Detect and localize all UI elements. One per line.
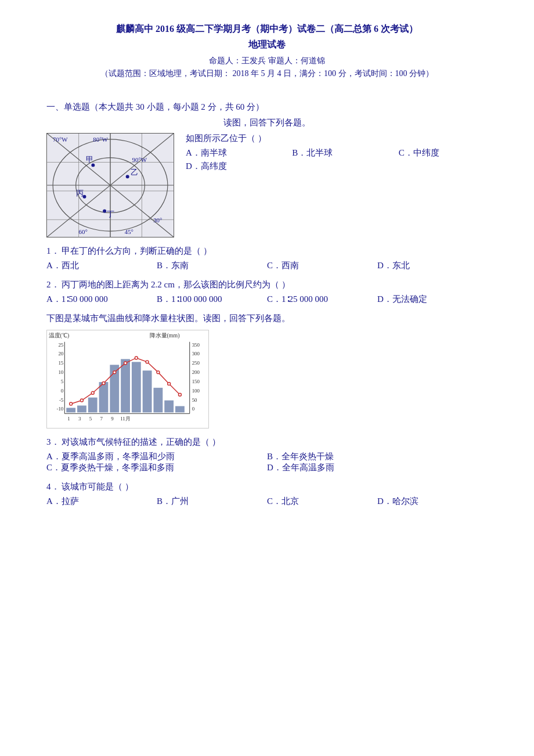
svg-rect-48 — [66, 408, 75, 412]
q2-opt-b: B．1∶100 000 000 — [157, 294, 267, 305]
q4-body: 该城市可能是（ ） — [62, 482, 134, 491]
svg-text:-5: -5 — [59, 397, 64, 403]
q2-num: 2． — [46, 280, 60, 289]
q3-options: A．夏季高温多雨，冬季温和少雨 B．全年炎热干燥 C．夏季炎热干燥，冬季温和多雨… — [46, 451, 488, 473]
q3-opt-b: B．全年炎热干燥 — [267, 451, 488, 462]
question-4-row: 4． 该城市可能是（ ） A．拉萨 B．广州 C．北京 D．哈尔滨 — [46, 481, 488, 507]
svg-text:乙: 乙 — [131, 168, 138, 177]
svg-point-59 — [70, 402, 73, 405]
question-2-text: 2． 丙丁两地的图上距离为 2.2 cm，那么该图的比例尺约为（ ） — [46, 279, 488, 290]
svg-text:5: 5 — [61, 379, 64, 384]
q4-num: 4． — [46, 482, 60, 491]
svg-text:25: 25 — [58, 342, 63, 348]
map-question-options-row2: D．高纬度 — [186, 161, 488, 172]
climate-chart-area: 温度(℃) 降水量(mm) 25 20 15 10 5 0 -5 -10 350… — [46, 330, 488, 431]
svg-point-69 — [178, 393, 181, 396]
svg-point-25 — [103, 210, 106, 213]
svg-point-21 — [126, 175, 129, 178]
map-opt-b: B．北半球 — [292, 147, 381, 159]
svg-text:-10: -10 — [56, 406, 63, 412]
svg-rect-50 — [88, 398, 98, 413]
question-2-row: 2． 丙丁两地的图上距离为 2.2 cm，那么该图的比例尺约为（ ） A．1∶5… — [46, 279, 488, 305]
svg-text:80°W: 80°W — [93, 136, 108, 143]
question-1-content: 1． 甲在丁的什么方向，判断正确的是（ ） A．西北 B．东南 C．西南 D．东… — [46, 246, 488, 271]
svg-rect-55 — [143, 370, 152, 412]
svg-point-68 — [168, 382, 171, 385]
svg-text:5: 5 — [89, 416, 92, 422]
svg-point-67 — [157, 371, 160, 374]
svg-text:300: 300 — [192, 351, 200, 357]
q3-body: 对该城市气候特征的描述，正确的是（ ） — [62, 437, 221, 447]
svg-rect-56 — [153, 388, 163, 412]
svg-text:90°W: 90°W — [132, 156, 147, 163]
svg-text:20: 20 — [58, 351, 63, 357]
svg-rect-58 — [175, 406, 185, 412]
question-3-row: 3． 对该城市气候特征的描述，正确的是（ ） A．夏季高温多雨，冬季温和少雨 B… — [46, 437, 488, 473]
question-3-text: 3． 对该城市气候特征的描述，正确的是（ ） — [46, 437, 488, 448]
q3-opt-a: A．夏季高温多雨，冬季温和少雨 — [46, 451, 267, 462]
q4-options: A．拉萨 B．广州 C．北京 D．哈尔滨 — [46, 496, 488, 507]
svg-text:温度(℃): 温度(℃) — [49, 332, 70, 339]
section1-title: 一、单选题（本大题共 30 小题，每小题 2 分，共 60 分） — [46, 102, 488, 113]
svg-text:70°W: 70°W — [53, 136, 68, 143]
q3-opt-c: C．夏季炎热干燥，冬季温和多雨 — [46, 462, 267, 473]
svg-text:200: 200 — [192, 369, 200, 375]
svg-rect-53 — [121, 359, 130, 412]
q1-num: 1． — [46, 246, 60, 255]
map-opt-d: D．高纬度 — [186, 161, 488, 172]
question-1-text: 1． 甲在丁的什么方向，判断正确的是（ ） — [46, 246, 488, 257]
map-opt-c: C．中纬度 — [399, 147, 488, 159]
svg-text:1: 1 — [67, 416, 70, 422]
q2-opt-d: D．无法确定 — [377, 294, 488, 305]
q4-opt-b: B．广州 — [157, 496, 267, 507]
question-4-text: 4． 该城市可能是（ ） — [46, 481, 488, 492]
svg-text:250: 250 — [192, 360, 200, 366]
svg-text:10: 10 — [58, 369, 63, 375]
svg-text:降水量(mm): 降水量(mm) — [150, 332, 180, 339]
q4-opt-a: A．拉萨 — [46, 496, 157, 507]
svg-text:9: 9 — [111, 416, 114, 422]
svg-text:150: 150 — [192, 379, 200, 384]
question-3-content: 3． 对该城市气候特征的描述，正确的是（ ） A．夏季高温多雨，冬季温和少雨 B… — [46, 437, 488, 473]
q2-opt-a: A．1∶50 000 000 — [46, 294, 157, 305]
question-1-row: 1． 甲在丁的什么方向，判断正确的是（ ） A．西北 B．东南 C．西南 D．东… — [46, 246, 488, 271]
svg-text:45°: 45° — [125, 228, 134, 235]
svg-text:60°: 60° — [79, 228, 88, 235]
map-question-text: 如图所示乙位于（ ） — [186, 133, 488, 144]
q1-body: 甲在丁的什么方向，判断正确的是（ ） — [62, 246, 212, 255]
exam-subject: 地理试卷 — [46, 39, 488, 51]
svg-rect-49 — [77, 405, 86, 412]
q4-opt-c: C．北京 — [267, 496, 377, 507]
svg-text:100: 100 — [192, 388, 200, 394]
map-question-options-row1: A．南半球 B．北半球 C．中纬度 — [186, 147, 488, 159]
question-2-content: 2． 丙丁两地的图上距离为 2.2 cm，那么该图的比例尺约为（ ） A．1∶5… — [46, 279, 488, 305]
q3-opt-d: D．全年高温多雨 — [267, 462, 488, 473]
q2-body: 丙丁两地的图上距离为 2.2 cm，那么该图的比例尺约为（ ） — [62, 280, 290, 289]
question-4-content: 4． 该城市可能是（ ） A．拉萨 B．广州 C．北京 D．哈尔滨 — [46, 481, 488, 507]
q1-opt-d: D．东北 — [377, 260, 488, 271]
scope-line: （试题范围：区域地理，考试日期： 2018 年 5 月 4 日，满分：100 分… — [46, 69, 488, 79]
exam-title: 麒麟高中 2016 级高二下学期月考（期中考）试卷二（高二总第 6 次考试） — [46, 23, 488, 35]
svg-text:11月: 11月 — [120, 416, 131, 422]
map-figure: 70°W 80°W 90°W 30° 60° 45° 甲 乙 丙 丁 — [46, 133, 174, 240]
q1-opt-b: B．东南 — [157, 260, 267, 271]
q3-num: 3． — [46, 437, 60, 447]
svg-point-65 — [135, 357, 138, 359]
svg-text:3: 3 — [78, 416, 81, 422]
svg-rect-57 — [164, 401, 174, 413]
section1-intro: 读图，回答下列各题。 — [46, 117, 488, 128]
svg-text:丁: 丁 — [107, 210, 114, 218]
author-line: 命题人：王发兵 审题人：何道锦 — [46, 56, 488, 66]
q4-opt-d: D．哈尔滨 — [377, 496, 488, 507]
svg-point-60 — [80, 399, 83, 402]
q2-options: A．1∶50 000 000 B．1∶100 000 000 C．1∶25 00… — [46, 294, 488, 305]
q1-opt-c: C．西南 — [267, 260, 377, 271]
svg-text:0: 0 — [61, 388, 64, 394]
map-question-block: 如图所示乙位于（ ） A．南半球 B．北半球 C．中纬度 D．高纬度 — [186, 133, 488, 174]
svg-text:7: 7 — [100, 416, 103, 422]
svg-text:丙: 丙 — [76, 189, 84, 197]
svg-text:甲: 甲 — [86, 156, 93, 164]
svg-text:30°: 30° — [153, 217, 162, 224]
svg-text:0: 0 — [192, 406, 195, 412]
q2-opt-c: C．1∶25 000 000 — [267, 294, 377, 305]
